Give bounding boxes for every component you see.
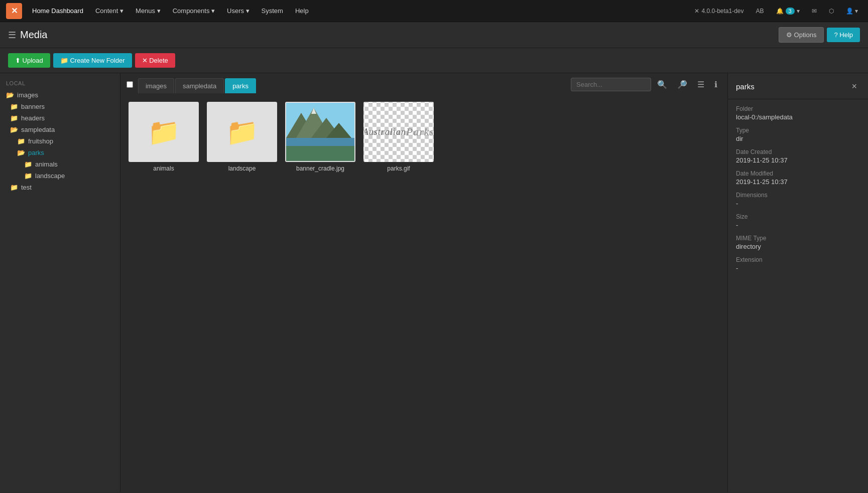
nav-home[interactable]: Home Dashboard	[27, 4, 88, 18]
top-nav-right: ✕ 4.0.0-beta1-dev AB 🔔 3 ▾ ✉ ⬡ 👤 ▾	[690, 6, 862, 17]
select-all-checkbox[interactable]	[127, 81, 133, 88]
info-panel-close-button[interactable]: ×	[848, 80, 860, 93]
page-header-actions: ⚙ Options ? Help	[779, 27, 860, 43]
folder-thumb-icon-animals: 📁	[148, 117, 180, 147]
info-label-dimensions: Dimensions	[736, 192, 860, 199]
folder-icon-banners: 📁	[10, 103, 18, 110]
joomla-x-icon: ✕	[694, 8, 699, 15]
file-thumb-banner-cradle	[285, 102, 355, 162]
info-label-folder: Folder	[736, 105, 860, 112]
sidebar-item-headers[interactable]: 📁 headers	[0, 112, 120, 124]
folder-open-icon-sampledata: 📂	[10, 126, 18, 133]
email-icon[interactable]: ✉	[808, 6, 821, 17]
info-label-date-modified: Date Modified	[736, 170, 860, 177]
nav-content[interactable]: Content ▾	[90, 4, 129, 18]
file-item-parks-gif[interactable]: Australian Parks parks.gif	[363, 102, 434, 172]
notification-bell[interactable]: 🔔 3 ▾	[772, 6, 804, 17]
sidebar-item-images[interactable]: 📂 images	[0, 89, 120, 101]
info-value-dimensions: -	[736, 200, 860, 207]
delete-button[interactable]: ✕ Delete	[135, 53, 175, 68]
page-title: ☰ Media	[8, 29, 47, 41]
folder-icon-test: 📁	[10, 184, 18, 191]
external-link-icon[interactable]: ⬡	[825, 6, 838, 17]
main-layout: LOCAL 📂 images 📁 banners 📁 headers 📂 sam…	[0, 73, 868, 492]
toolbar: ⬆ Upload 📁 Create New Folder ✕ Delete	[0, 48, 868, 73]
mountain-image	[286, 103, 354, 161]
sidebar-label-test: test	[21, 184, 32, 191]
top-row-content: images sampledata parks 🔍 🔎 ☰ ℹ	[127, 77, 721, 94]
folder-open-icon: 📂	[6, 91, 14, 99]
svg-rect-2	[286, 153, 354, 161]
help-button[interactable]: ? Help	[827, 28, 860, 42]
nav-system[interactable]: System	[257, 4, 288, 18]
sidebar-item-animals[interactable]: 📁 animals	[0, 158, 120, 170]
info-value-type: dir	[736, 135, 860, 142]
file-thumb-animals: 📁	[129, 102, 199, 162]
nav-users[interactable]: Users ▾	[222, 4, 255, 18]
info-row-extension: Extension -	[736, 256, 860, 272]
zoom-out-button[interactable]: 🔎	[673, 77, 691, 92]
folder-icon-landscape: 📁	[24, 172, 32, 180]
folder-icon-headers: 📁	[10, 114, 18, 122]
upload-button[interactable]: ⬆ Upload	[8, 53, 50, 68]
file-thumb-parks-gif: Australian Parks	[363, 102, 434, 162]
page-title-area: ☰ Media	[8, 29, 47, 41]
nav-help[interactable]: Help	[290, 4, 314, 18]
folder-icon-animals: 📁	[24, 160, 32, 168]
folder-thumb-icon-landscape: 📁	[226, 117, 259, 147]
create-folder-button[interactable]: 📁 Create New Folder	[53, 53, 132, 68]
info-value-folder: local-0:/sampledata	[736, 113, 860, 121]
info-row-size: Size -	[736, 213, 860, 229]
list-view-button[interactable]: ☰	[693, 77, 708, 92]
version-badge[interactable]: ✕ 4.0.0-beta1-dev	[690, 6, 748, 17]
sidebar-item-test[interactable]: 📁 test	[0, 182, 120, 193]
tab-images[interactable]: images	[138, 78, 174, 93]
sidebar-label-landscape: landscape	[35, 172, 65, 180]
search-area: 🔍 🔎 ☰ ℹ	[571, 77, 721, 94]
sidebar-label-banners: banners	[21, 103, 45, 110]
sidebar-item-fruitshop[interactable]: 📁 fruitshop	[0, 135, 120, 147]
tab-parks[interactable]: parks	[225, 78, 256, 93]
info-section: Folder local-0:/sampledata Type dir Date…	[728, 99, 868, 284]
file-item-animals[interactable]: 📁 animals	[129, 102, 199, 172]
info-label-extension: Extension	[736, 256, 860, 263]
user-menu[interactable]: 👤 ▾	[842, 6, 862, 17]
info-value-mime: directory	[736, 243, 860, 250]
info-label-type: Type	[736, 127, 860, 134]
top-navigation: ✕ Home Dashboard Content ▾ Menus ▾ Compo…	[0, 0, 868, 22]
page-header: ☰ Media ⚙ Options ? Help	[0, 22, 868, 48]
sidebar-section-label: LOCAL	[0, 78, 120, 89]
info-row-date-modified: Date Modified 2019-11-25 10:37	[736, 170, 860, 186]
nav-menus[interactable]: Menus ▾	[131, 4, 166, 18]
info-button[interactable]: ℹ	[710, 77, 721, 92]
sidebar: LOCAL 📂 images 📁 banners 📁 headers 📂 sam…	[0, 73, 120, 492]
info-value-size: -	[736, 221, 860, 229]
version-label: 4.0.0-beta1-dev	[701, 8, 743, 15]
tab-sampledata[interactable]: sampledata	[175, 78, 224, 93]
breadcrumb-tabs-row: images sampledata parks 🔍 🔎 ☰ ℹ	[120, 73, 727, 94]
ab-icon[interactable]: AB	[752, 6, 768, 17]
sidebar-label-fruitshop: fruitshop	[28, 137, 53, 145]
joomla-logo[interactable]: ✕	[6, 3, 22, 19]
parks-gif-content: Australian Parks	[364, 103, 433, 161]
nav-menu: Home Dashboard Content ▾ Menus ▾ Compone…	[27, 4, 314, 18]
search-input[interactable]	[571, 78, 651, 91]
file-item-landscape[interactable]: 📁 landscape	[207, 102, 277, 172]
sidebar-item-landscape[interactable]: 📁 landscape	[0, 170, 120, 182]
file-item-banner-cradle[interactable]: banner_cradle.jpg	[285, 102, 355, 172]
sidebar-item-sampledata[interactable]: 📂 sampledata	[0, 124, 120, 135]
options-button[interactable]: ⚙ Options	[779, 27, 824, 43]
nav-components[interactable]: Components ▾	[168, 4, 220, 18]
sidebar-item-parks[interactable]: 📂 parks	[0, 147, 120, 158]
notification-count: 3	[786, 8, 795, 15]
sidebar-item-banners[interactable]: 📁 banners	[0, 101, 120, 112]
file-thumb-landscape: 📁	[207, 102, 277, 162]
sidebar-label-animals: animals	[35, 160, 58, 168]
sidebar-label-images: images	[17, 91, 38, 99]
file-label-landscape: landscape	[228, 165, 256, 172]
info-panel-header: parks ×	[728, 73, 868, 99]
info-value-date-modified: 2019-11-25 10:37	[736, 178, 860, 186]
folder-open-icon-parks: 📂	[17, 149, 25, 156]
search-button[interactable]: 🔍	[653, 77, 671, 92]
info-row-date-created: Date Created 2019-11-25 10:37	[736, 148, 860, 164]
